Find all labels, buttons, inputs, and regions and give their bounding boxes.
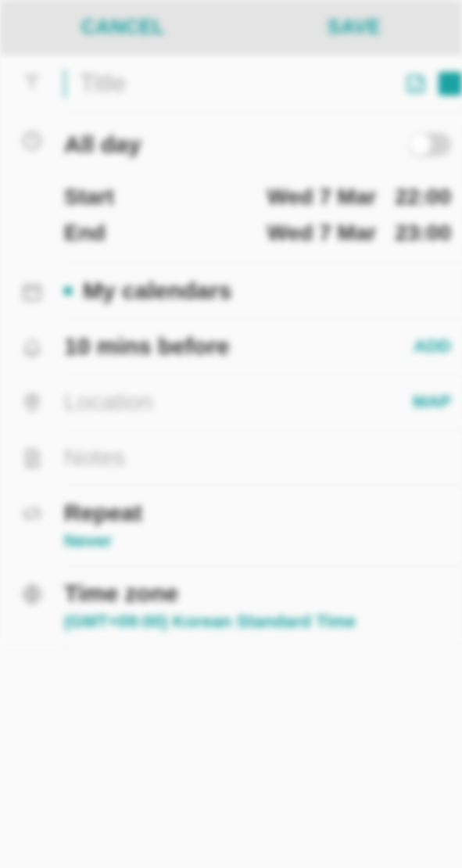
end-date: Wed 7 Mar [267,221,377,246]
svg-point-6 [35,292,37,293]
repeat-value: Never [64,531,112,551]
calendar-name: My calendars [83,278,231,304]
svg-point-8 [31,296,33,297]
notes-input[interactable]: Notes [64,444,125,471]
start-label: Start [64,185,267,210]
text-cursor [64,70,66,98]
end-label: End [64,221,267,246]
timezone-picker[interactable]: Time zone (GMT+09:00) Korean Standard Ti… [64,566,462,647]
calendar-icon [21,281,43,303]
svg-point-5 [31,292,33,293]
calendar-picker[interactable]: My calendars [64,264,462,319]
sticker-button[interactable] [403,70,429,97]
toggle-knob [410,134,432,156]
svg-point-0 [412,81,414,84]
repeat-label: Repeat [64,500,142,526]
svg-point-7 [27,296,29,297]
svg-point-4 [27,292,29,293]
location-input[interactable]: Location [64,389,152,415]
start-date: Wed 7 Mar [267,185,377,210]
allday-toggle[interactable] [409,133,451,156]
location-pin-icon [21,392,43,414]
repeat-picker[interactable]: Repeat Never [64,486,462,566]
map-button[interactable]: MAP [413,392,451,412]
sticker-icon [404,72,428,95]
reminder-text[interactable]: 10 mins before [64,333,230,360]
notes-icon [21,447,43,469]
start-row[interactable]: Start Wed 7 Mar 22:00 [64,181,451,213]
bell-icon [21,336,43,358]
allday-label: All day [64,131,141,158]
calendar-color-dot [64,287,72,295]
text-icon [21,72,43,94]
end-time: 23:00 [395,221,451,246]
globe-icon [21,583,43,605]
svg-point-9 [30,399,34,404]
add-reminder-button[interactable]: ADD [414,336,451,357]
svg-point-1 [418,81,421,84]
timezone-value: (GMT+09:00) Korean Standard Time [64,612,356,632]
header-bar: CANCEL SAVE [0,0,462,55]
start-time: 22:00 [395,185,451,210]
color-swatch[interactable] [439,72,462,95]
timezone-label: Time zone [64,580,178,607]
cancel-button[interactable]: CANCEL [81,16,165,38]
save-button[interactable]: SAVE [328,16,381,38]
clock-icon [21,130,43,152]
title-input[interactable] [80,69,393,98]
end-row[interactable]: End Wed 7 Mar 23:00 [64,217,451,249]
repeat-icon [21,503,43,525]
